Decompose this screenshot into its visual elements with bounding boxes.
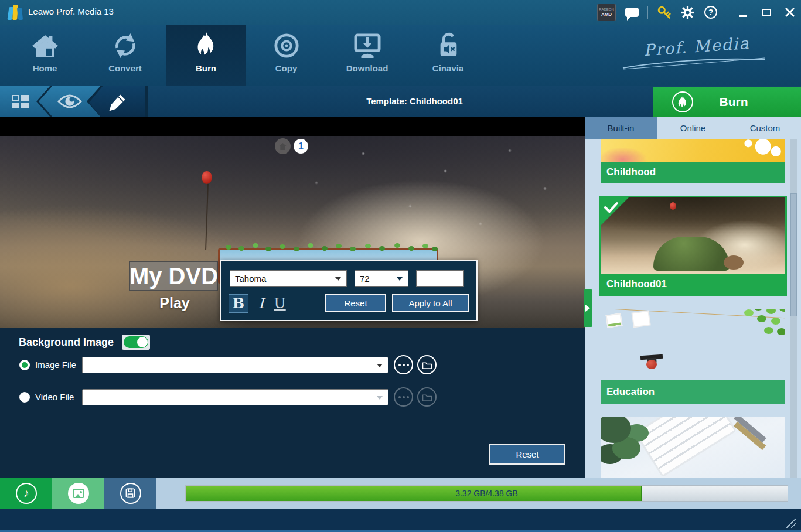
video-history-button-disabled <box>394 387 413 407</box>
play-menu-item[interactable]: Play <box>131 295 219 312</box>
status-strip <box>0 509 801 532</box>
nav-copy[interactable]: Copy <box>246 25 326 86</box>
amd-radeon-badge: RADEON AMD <box>597 4 616 21</box>
template-list: Childhood Childhood01 Education <box>585 139 801 478</box>
flame-icon <box>195 25 218 59</box>
burn-flame-icon <box>672 91 693 112</box>
main-nav: Home Convert Burn <box>0 25 801 86</box>
template-panel: Built-in Online Custom Childhood Childho… <box>585 117 801 478</box>
sub-toolbar: Template: Childhood01 Burn <box>0 86 801 117</box>
save-template-button[interactable] <box>104 478 156 509</box>
grid-icon <box>12 95 29 108</box>
pencil-icon <box>107 93 127 112</box>
template-thumbnail <box>601 417 785 478</box>
bold-button[interactable]: B <box>229 294 248 313</box>
folder-icon <box>422 393 432 402</box>
download-monitor-icon <box>354 25 381 59</box>
image-menu-button[interactable] <box>52 478 104 509</box>
register-key-icon[interactable] <box>656 5 672 20</box>
background-image-toggle[interactable] <box>122 335 150 350</box>
titlebar: Leawo Prof. Media 13 RADEON AMD <box>0 0 801 25</box>
font-color-field[interactable] <box>416 270 464 287</box>
settings-gear-icon[interactable] <box>680 5 695 20</box>
dvd-title-textbox[interactable]: My DVD <box>129 261 218 291</box>
app-title: Leawo Prof. Media 13 <box>28 6 114 16</box>
template-office[interactable] <box>601 417 785 478</box>
chevron-down-icon <box>335 277 341 284</box>
collapse-panel-handle[interactable] <box>584 289 592 327</box>
resize-grip[interactable] <box>782 518 796 528</box>
apply-to-all-button[interactable]: Apply to All <box>392 294 469 312</box>
tab-built-in[interactable]: Built-in <box>585 117 657 139</box>
nav-download[interactable]: Download <box>327 25 407 86</box>
minimize-button[interactable] <box>735 5 751 20</box>
underline-button[interactable]: U <box>274 295 285 312</box>
nav-burn[interactable]: Burn <box>166 25 246 86</box>
folder-icon <box>422 360 432 370</box>
image-browse-button[interactable] <box>417 355 437 374</box>
disc-icon <box>274 25 299 59</box>
nav-cinavia[interactable]: Cinavia <box>408 25 488 86</box>
tab-online[interactable]: Online <box>657 117 729 139</box>
menu-home-indicator[interactable] <box>275 138 291 154</box>
titlebar-divider <box>647 6 648 19</box>
template-education[interactable]: Education <box>601 309 785 404</box>
audio-menu-button[interactable]: ♪ <box>0 478 52 509</box>
template-scrollbar[interactable] <box>790 139 797 478</box>
toggle-knob <box>137 337 148 347</box>
nav-home[interactable]: Home <box>5 25 85 86</box>
chevron-down-icon <box>377 364 383 370</box>
checkmark-icon <box>604 202 618 213</box>
ellipsis-icon <box>398 364 409 366</box>
disc-capacity-text: 3.32 GB/4.38 GB <box>186 489 788 498</box>
text-style-popup: Tahoma 72 B I U Reset Apply to All <box>220 260 478 321</box>
template-thumbnail <box>601 139 785 162</box>
video-file-combobox[interactable] <box>82 389 388 405</box>
picture-icon <box>68 483 89 504</box>
eye-icon <box>57 93 82 110</box>
italic-button[interactable]: I <box>256 295 266 312</box>
leaf-garland <box>226 245 231 250</box>
menu-page-indicator[interactable]: 1 <box>294 139 308 154</box>
brand-logo: Prof. Media <box>621 37 773 70</box>
app-window: Leawo Prof. Media 13 RADEON AMD <box>0 0 801 532</box>
text-reset-button[interactable]: Reset <box>325 294 386 312</box>
background-reset-button[interactable]: Reset <box>489 444 565 465</box>
home-icon <box>32 25 59 59</box>
close-button[interactable] <box>782 5 797 20</box>
window-bottom-edge <box>0 530 801 532</box>
bottom-toolbar: ♪ 3.32 GB/4.38 GB <box>0 478 801 509</box>
video-browse-button-disabled <box>417 387 437 407</box>
padlock-mute-icon <box>436 25 461 59</box>
template-childhood01-selected[interactable]: Childhood01 <box>599 196 787 296</box>
image-file-combobox[interactable] <box>82 357 388 373</box>
background-image-panel: Background Image Image File Video File <box>0 328 585 478</box>
video-file-row: Video File <box>0 389 585 405</box>
red-balloon <box>202 171 212 184</box>
maximize-button[interactable] <box>759 5 774 20</box>
titlebar-divider <box>727 6 727 19</box>
arrow-right-icon <box>585 305 594 312</box>
balloon-string <box>205 184 209 250</box>
background-image-heading: Background Image <box>19 336 114 349</box>
save-floppy-icon <box>120 483 141 504</box>
image-file-radio[interactable] <box>19 360 30 370</box>
burn-action-button[interactable]: Burn <box>653 87 801 117</box>
text-style-buttons: B I U <box>229 294 286 313</box>
template-childhood[interactable]: Childhood <box>601 139 785 183</box>
help-icon[interactable]: ? <box>703 5 718 20</box>
font-size-select[interactable]: 72 <box>355 270 408 287</box>
scrollbar-thumb[interactable] <box>790 193 797 316</box>
font-family-select[interactable]: Tahoma <box>230 270 347 287</box>
chevron-down-icon <box>377 396 383 403</box>
chevron-down-icon <box>397 277 403 284</box>
image-file-row: Image File <box>0 357 585 373</box>
video-file-radio[interactable] <box>19 392 30 403</box>
tab-custom[interactable]: Custom <box>729 117 801 139</box>
music-note-icon: ♪ <box>16 483 37 504</box>
disc-capacity-bar: 3.32 GB/4.38 GB <box>185 485 788 502</box>
image-history-button[interactable] <box>394 355 413 374</box>
feedback-chat-icon[interactable] <box>624 5 639 20</box>
ellipsis-icon <box>398 396 409 398</box>
nav-convert[interactable]: Convert <box>85 25 165 86</box>
